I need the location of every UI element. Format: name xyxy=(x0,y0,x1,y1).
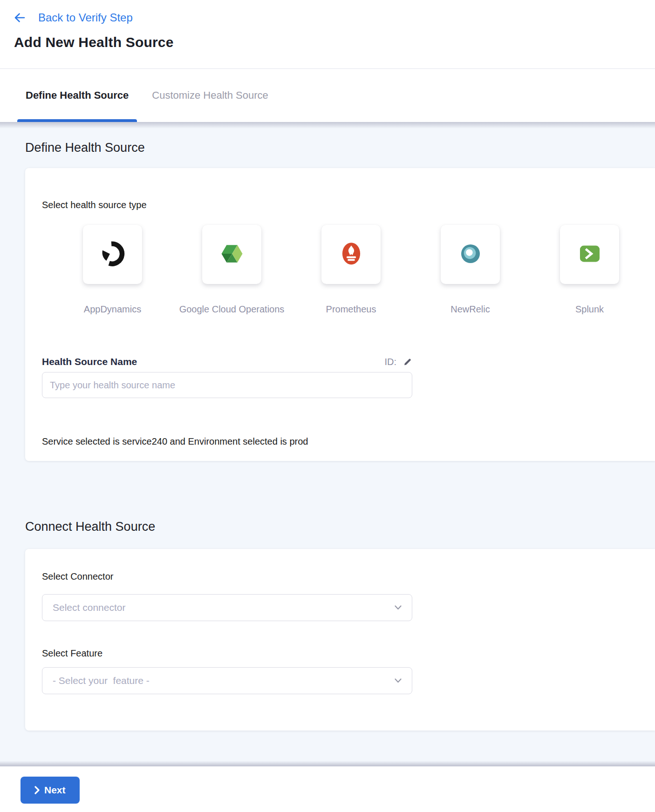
connector-select-placeholder: Select connector xyxy=(53,602,125,613)
google-cloud-operations-icon xyxy=(218,240,246,269)
prometheus-tile[interactable] xyxy=(321,225,381,284)
newrelic-tile[interactable] xyxy=(441,225,500,284)
health-source-name-label: Health Source Name xyxy=(42,356,137,367)
connect-health-source-card: Select Connector Select connector Select… xyxy=(25,549,655,731)
edit-id-pencil-icon[interactable] xyxy=(403,357,412,366)
source-option-appdynamics: AppDynamics xyxy=(83,225,142,315)
feature-select[interactable]: - Select your feature - xyxy=(42,667,412,694)
feature-select-placeholder: - Select your feature - xyxy=(53,675,150,686)
id-label: ID: xyxy=(384,357,396,367)
source-type-tiles: AppDynamics Google Cloud xyxy=(42,225,655,315)
connect-section-heading: Connect Health Source xyxy=(25,520,655,534)
appdynamics-icon xyxy=(99,240,126,269)
source-option-newrelic: NewRelic xyxy=(441,225,500,315)
next-button[interactable]: Next xyxy=(20,777,80,804)
tab-customize-health-source[interactable]: Customize Health Source xyxy=(143,69,276,122)
tab-customize-label: Customize Health Source xyxy=(152,89,268,102)
service-environment-note: Service selected is service240 and Envir… xyxy=(42,436,655,447)
google-cloud-operations-tile[interactable] xyxy=(202,225,261,284)
prometheus-icon xyxy=(338,240,365,269)
back-arrow-icon xyxy=(14,13,25,23)
next-button-label: Next xyxy=(44,785,66,796)
page-header: Back to Verify Step Add New Health Sourc… xyxy=(0,0,655,69)
wizard-body: Define Health Source Select health sourc… xyxy=(0,122,655,766)
tab-define-health-source[interactable]: Define Health Source xyxy=(17,69,137,122)
define-health-source-card: Select health source type AppDynamics xyxy=(25,168,655,461)
health-source-name-row: Health Source Name ID: xyxy=(42,356,412,367)
chevron-down-icon xyxy=(395,603,402,612)
health-source-name-input[interactable] xyxy=(42,372,412,398)
back-link-label: Back to Verify Step xyxy=(38,11,133,24)
google-cloud-operations-label: Google Cloud Operations xyxy=(179,304,285,315)
source-type-label: Select health source type xyxy=(42,200,655,210)
next-chevron-icon xyxy=(34,786,40,794)
appdynamics-tile[interactable] xyxy=(83,225,142,284)
source-option-prometheus: Prometheus xyxy=(321,225,381,315)
newrelic-icon xyxy=(457,240,484,269)
page-title: Add New Health Source xyxy=(14,34,655,50)
appdynamics-label: AppDynamics xyxy=(84,304,141,315)
add-health-source-page: Back to Verify Step Add New Health Sourc… xyxy=(0,0,655,812)
source-option-google-cloud-operations: Google Cloud Operations xyxy=(202,225,261,315)
select-connector-label: Select Connector xyxy=(42,571,655,582)
tab-define-label: Define Health Source xyxy=(26,89,129,102)
splunk-icon xyxy=(576,240,603,269)
splunk-tile[interactable] xyxy=(560,225,619,284)
back-to-verify-link[interactable]: Back to Verify Step xyxy=(14,11,655,24)
select-feature-label: Select Feature xyxy=(42,648,655,659)
splunk-label: Splunk xyxy=(575,304,604,315)
newrelic-label: NewRelic xyxy=(450,304,490,315)
source-option-splunk: Splunk xyxy=(560,225,619,315)
wizard-footer: Next xyxy=(0,766,655,812)
prometheus-label: Prometheus xyxy=(326,304,376,315)
id-group: ID: xyxy=(384,357,412,367)
chevron-down-icon xyxy=(395,677,402,685)
define-section-heading: Define Health Source xyxy=(25,141,655,155)
wizard-tabbar: Define Health Source Customize Health So… xyxy=(0,69,655,122)
connector-select[interactable]: Select connector xyxy=(42,594,412,621)
